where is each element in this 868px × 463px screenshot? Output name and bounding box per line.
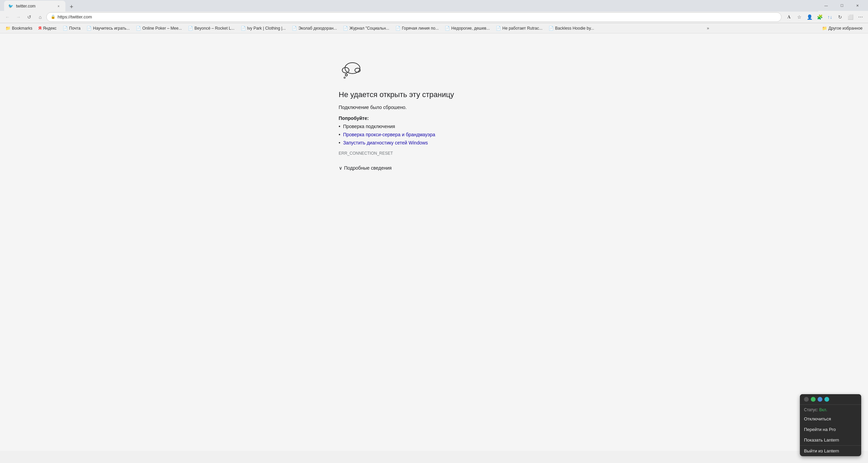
error-title: Не удается открыть эту страницу [339, 90, 530, 99]
bookmarks-icon: 📁 [5, 26, 11, 31]
home-button[interactable]: ⌂ [35, 12, 45, 22]
yandex-icon: Я [38, 26, 42, 31]
bookmark-hotline[interactable]: 📄 Горячая линия по... [393, 24, 441, 32]
show-lantern-button[interactable]: Показать Lantern [800, 435, 861, 445]
bookmark-backless[interactable]: 📄 Backless Hoodie by... [546, 24, 597, 32]
profile-button[interactable]: 👤 [805, 12, 814, 22]
svg-point-3 [345, 74, 347, 76]
other-folder-icon: 📁 [822, 26, 827, 31]
cheap-icon: 📄 [445, 26, 450, 31]
details-label: Подробные сведения [344, 165, 392, 171]
backless-label: Backless Hoodie by... [555, 26, 594, 31]
bookmark-bookmarks[interactable]: 📁 Bookmarks [3, 24, 35, 32]
lantern-dots [804, 397, 829, 402]
pochta-icon: 📄 [63, 26, 68, 31]
suggestion-2: Проверка прокси-сервера и брандмауэра [339, 132, 530, 137]
proxy-link[interactable]: Проверка прокси-сервера и брандмауэра [343, 132, 435, 137]
disconnect-button[interactable]: Отключиться [800, 414, 861, 424]
maximize-button[interactable]: ☐ [834, 0, 850, 11]
cloud-icon-svg [339, 61, 363, 81]
bookmark-nauchites[interactable]: 📄 Научитесь играть... [84, 24, 132, 32]
other-favorites-folder[interactable]: 📁 Другое избранное [819, 25, 865, 31]
lantern-header [800, 394, 861, 404]
back-button[interactable]: ← [3, 12, 12, 22]
ivypark-label: Ivy Park | Clothing |... [247, 26, 286, 31]
poker-label: Online Poker – Mee... [142, 26, 182, 31]
new-tab-button[interactable]: + [67, 2, 76, 12]
yandex-label: Яндекс [43, 26, 57, 31]
rutrac-icon: 📄 [496, 26, 501, 31]
dot-green [811, 397, 816, 402]
try-section: Попробуйте: Проверка подключения Проверк… [339, 115, 530, 145]
cheap-label: Недорогие, дешев... [451, 26, 490, 31]
nauchites-icon: 📄 [86, 26, 92, 31]
bookmarks-label: Bookmarks [12, 26, 32, 31]
details-toggle[interactable]: ∨ Подробные сведения [339, 163, 530, 173]
upgrade-button[interactable]: Перейти на Pro [800, 424, 861, 435]
ivypark-icon: 📄 [241, 26, 246, 31]
read-aloud-button[interactable]: 𝐀 [784, 12, 794, 22]
minimize-button[interactable]: — [818, 0, 834, 11]
bookmark-poker[interactable]: 📄 Online Poker – Mee... [133, 24, 185, 32]
rutrac-label: Не работает Rutrac... [502, 26, 542, 31]
bookmark-rutrac[interactable]: 📄 Не работает Rutrac... [493, 24, 545, 32]
bookmark-pochta[interactable]: 📄 Почта [60, 24, 83, 32]
bookmarks-bar: 📁 Bookmarks Я Яндекс 📄 Почта 📄 Научитесь… [0, 23, 868, 33]
lock-icon: 🔒 [51, 15, 56, 19]
bookmark-yandex[interactable]: Я Яндекс [36, 24, 59, 32]
lantern-status: Статус: Вкл. [800, 405, 861, 414]
diagnostics-link[interactable]: Запустить диагностику сетей Windows [343, 140, 428, 145]
close-tab-button[interactable]: × [56, 3, 61, 9]
try-title: Попробуйте: [339, 115, 530, 121]
pochta-label: Почта [69, 26, 80, 31]
lantern-popup: Статус: Вкл. Отключиться Перейти на Pro … [800, 394, 861, 451]
journal-icon: 📄 [343, 26, 348, 31]
dot-settings [804, 397, 809, 402]
extensions-button[interactable]: 🧩 [815, 12, 824, 22]
bookmark-cheap[interactable]: 📄 Недорогие, дешев... [442, 24, 492, 32]
suggestion-3: Запустить диагностику сетей Windows [339, 140, 530, 145]
settings-menu-button[interactable]: ⋯ [856, 12, 865, 22]
dot-blue [818, 397, 822, 402]
bookmark-ekolab[interactable]: 📄 Эколаб дезодоран... [289, 24, 340, 32]
forward-button[interactable]: → [14, 12, 23, 22]
reload-button[interactable]: ↺ [25, 12, 34, 22]
tab-title: twitter.com [16, 4, 53, 9]
refresh-favorites-button[interactable]: ↻ [835, 12, 845, 22]
close-button[interactable]: ✕ [850, 0, 865, 11]
title-bar: 🐦 twitter.com × + — ☐ ✕ [0, 0, 868, 11]
journal-label: Журнал "Социальн... [349, 26, 389, 31]
suggestions-list: Проверка подключения Проверка прокси-сер… [339, 124, 530, 145]
browser-sync-button[interactable]: ↑↓ [825, 12, 835, 22]
error-icon [339, 61, 530, 82]
hotline-icon: 📄 [395, 26, 400, 31]
address-bar[interactable]: 🔒 https://twitter.com [46, 12, 782, 22]
bookmark-ivypark[interactable]: 📄 Ivy Park | Clothing |... [238, 24, 289, 32]
collections-button[interactable]: ⬜ [846, 12, 855, 22]
bookmark-journal[interactable]: 📄 Журнал "Социальн... [340, 24, 392, 32]
chevron-down-icon: ∨ [339, 165, 342, 171]
active-tab[interactable]: 🐦 twitter.com × [4, 1, 65, 12]
bookmark-beyonce[interactable]: 📄 Beyoncé – Rocket L... [185, 24, 237, 32]
other-folder-label: Другое избранное [828, 26, 863, 31]
status-value: Вкл. [819, 407, 827, 412]
exit-button[interactable]: Выйти из Lantern [800, 446, 861, 451]
navigation-toolbar: ← → ↺ ⌂ 🔒 https://twitter.com 𝐀 ☆ 👤 🧩 ↑↓… [0, 11, 868, 23]
hotline-label: Горячая линия по... [402, 26, 439, 31]
beyonce-icon: 📄 [188, 26, 193, 31]
suggestion-1: Проверка подключения [339, 124, 530, 129]
backless-icon: 📄 [549, 26, 554, 31]
favorites-button[interactable]: ☆ [794, 12, 804, 22]
suggestion-1-text: Проверка подключения [343, 124, 395, 129]
status-label: Статус: [804, 407, 818, 412]
svg-point-4 [344, 77, 345, 78]
page-content: Не удается открыть эту страницу Подключе… [0, 33, 868, 451]
beyonce-label: Beyoncé – Rocket L... [194, 26, 234, 31]
dot-teal [824, 397, 829, 402]
bookmarks-overflow-button[interactable]: » [705, 25, 711, 31]
ekolab-label: Эколаб дезодоран... [298, 26, 337, 31]
ekolab-icon: 📄 [292, 26, 297, 31]
error-code: ERR_CONNECTION_RESET [339, 151, 530, 156]
nauchites-label: Научитесь играть... [93, 26, 130, 31]
tab-favicon: 🐦 [8, 4, 13, 9]
